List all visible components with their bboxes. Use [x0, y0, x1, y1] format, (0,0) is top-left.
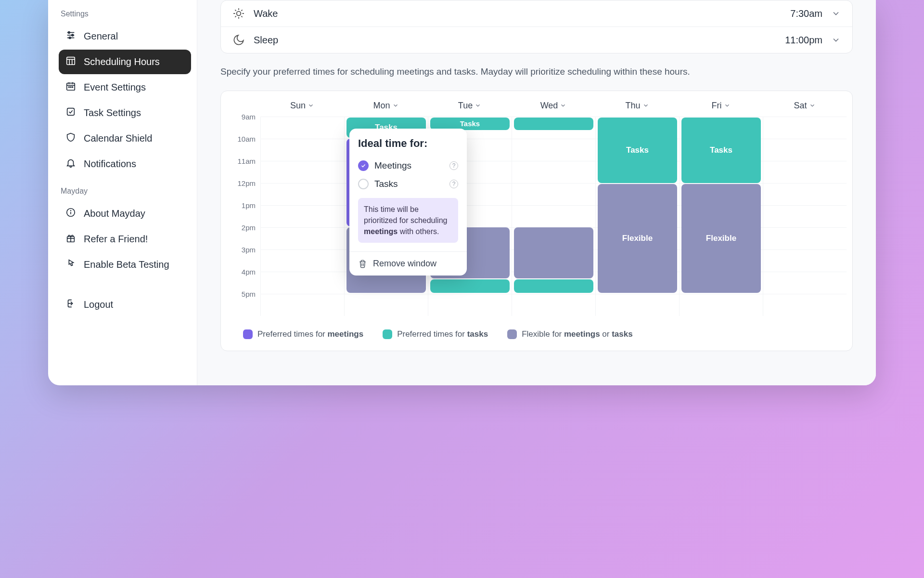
sleep-value: 11:00pm: [785, 35, 822, 46]
svg-point-20: [71, 210, 71, 211]
sidebar-item-label: Scheduling Hours: [84, 56, 160, 67]
svg-point-14: [68, 87, 69, 88]
sidebar-item-event-settings[interactable]: Event Settings: [59, 75, 191, 100]
wake-label: Wake: [254, 8, 782, 19]
day-header-sat[interactable]: Sat: [763, 97, 847, 115]
svg-point-15: [70, 87, 71, 88]
info-icon: [65, 207, 76, 220]
svg-point-16: [72, 87, 73, 88]
svg-line-32: [235, 16, 236, 17]
check-circle-checked-icon: [358, 160, 369, 171]
legend-meetings: Preferred times for meetings: [243, 329, 363, 339]
checkbox-icon: [65, 106, 76, 119]
sidebar-item-label: Logout: [84, 299, 113, 310]
sun-icon: [232, 7, 245, 20]
sidebar-item-label: Refer a Friend!: [84, 234, 148, 245]
sidebar-item-label: Event Settings: [84, 82, 146, 93]
main-content: Wake 7:30am Sleep 11:00pm Specify your p…: [197, 0, 876, 385]
day-col-thu[interactable]: Tasks Flexible: [595, 117, 679, 316]
sidebar-item-refer[interactable]: Refer a Friend!: [59, 227, 191, 251]
svg-line-31: [241, 16, 242, 17]
bell-icon: [65, 158, 76, 171]
block-flexible[interactable]: Flexible: [598, 184, 677, 293]
option-label: Tasks: [374, 179, 444, 189]
svg-line-33: [241, 10, 242, 11]
svg-line-30: [235, 10, 236, 11]
day-header-sun[interactable]: Sun: [260, 97, 344, 115]
day-header-fri[interactable]: Fri: [679, 97, 763, 115]
legend: Preferred times for meetings Preferred t…: [227, 316, 847, 345]
day-header-thu[interactable]: Thu: [595, 97, 679, 115]
info-box: This time will be prioritized for schedu…: [358, 198, 458, 243]
sidebar-item-task-settings[interactable]: Task Settings: [59, 101, 191, 125]
section-label-settings: Settings: [59, 0, 191, 24]
sidebar-item-label: Notifications: [84, 158, 136, 170]
popover-title: Ideal time for:: [358, 137, 458, 150]
day-header-tue[interactable]: Tue: [428, 97, 512, 115]
block-tasks[interactable]: [514, 279, 593, 293]
help-icon[interactable]: ?: [449, 161, 458, 170]
block-tasks[interactable]: Tasks: [681, 118, 761, 183]
sidebar-item-about[interactable]: About Mayday: [59, 201, 191, 226]
day-col-sat[interactable]: [763, 117, 847, 316]
time-column: 9am 10am 11am 12pm 1pm 2pm 3pm 4pm 5pm: [227, 117, 260, 316]
block-tasks[interactable]: [430, 279, 510, 293]
remove-window-label: Remove window: [373, 259, 436, 269]
app-window: Settings General Scheduling Hours Event …: [48, 0, 876, 385]
day-col-fri[interactable]: Tasks Flexible: [679, 117, 763, 316]
wake-row[interactable]: Wake 7:30am: [221, 0, 852, 26]
time-label: 9am: [227, 113, 260, 135]
schedule-card: Sun Mon Tue Wed Thu Fri Sat 9am 10am 11a…: [220, 91, 853, 351]
time-label: 2pm: [227, 223, 260, 246]
day-col-sun[interactable]: [260, 117, 344, 316]
gift-icon: [65, 233, 76, 246]
block-flexible[interactable]: Flexible: [681, 184, 761, 293]
sidebar-item-logout[interactable]: Logout: [59, 292, 191, 317]
sidebar-item-notifications[interactable]: Notifications: [59, 152, 191, 176]
time-label: 10am: [227, 135, 260, 157]
sidebar-item-scheduling[interactable]: Scheduling Hours: [59, 50, 191, 74]
day-col-wed[interactable]: [512, 117, 595, 316]
sidebar-item-beta[interactable]: Enable Beta Testing: [59, 252, 191, 277]
sidebar-item-label: General: [84, 31, 118, 42]
legend-tasks: Preferred times for tasks: [383, 329, 488, 339]
sidebar-item-calendar-shield[interactable]: Calendar Shield: [59, 126, 191, 151]
sidebar-item-label: Calendar Shield: [84, 133, 152, 144]
sidebar-item-label: About Mayday: [84, 208, 145, 219]
sleep-row[interactable]: Sleep 11:00pm: [221, 26, 852, 53]
legend-swatch-meetings: [243, 329, 253, 339]
moon-icon: [232, 34, 245, 46]
calendar-columns-icon: [65, 55, 76, 68]
time-label: 4pm: [227, 268, 260, 290]
block-tasks[interactable]: [514, 118, 593, 130]
svg-point-25: [237, 12, 241, 16]
time-label: 12pm: [227, 179, 260, 201]
sleep-label: Sleep: [254, 35, 776, 46]
block-flexible[interactable]: [514, 227, 593, 278]
description-text: Specify your preferred times for schedul…: [220, 65, 853, 79]
schedule-body: 9am 10am 11am 12pm 1pm 2pm 3pm 4pm 5pm: [227, 117, 847, 316]
time-label: 11am: [227, 157, 260, 179]
legend-flexible: Flexible for meetings or tasks: [507, 329, 633, 339]
time-label: 5pm: [227, 290, 260, 312]
block-tasks[interactable]: Tasks: [598, 118, 677, 183]
svg-rect-6: [67, 57, 75, 65]
svg-rect-17: [67, 108, 75, 116]
wake-sleep-card: Wake 7:30am Sleep 11:00pm: [220, 0, 853, 53]
sidebar-item-general[interactable]: General: [59, 24, 191, 49]
chevron-down-icon: [831, 35, 841, 45]
day-columns: Tasks Meetings Flexible Tasks: [260, 117, 847, 316]
schedule-header: Sun Mon Tue Wed Thu Fri Sat: [260, 97, 847, 117]
check-circle-unchecked-icon: [358, 179, 369, 189]
day-header-wed[interactable]: Wed: [512, 97, 595, 115]
day-header-mon[interactable]: Mon: [344, 97, 428, 115]
calendar-icon: [65, 81, 76, 94]
time-label: 3pm: [227, 246, 260, 268]
help-icon[interactable]: ?: [449, 180, 458, 188]
option-tasks[interactable]: Tasks ?: [358, 175, 458, 193]
logout-icon: [65, 298, 76, 311]
remove-window-button[interactable]: Remove window: [349, 251, 467, 276]
option-meetings[interactable]: Meetings ?: [358, 157, 458, 175]
legend-swatch-tasks: [383, 329, 392, 339]
chevron-down-icon: [831, 9, 841, 18]
